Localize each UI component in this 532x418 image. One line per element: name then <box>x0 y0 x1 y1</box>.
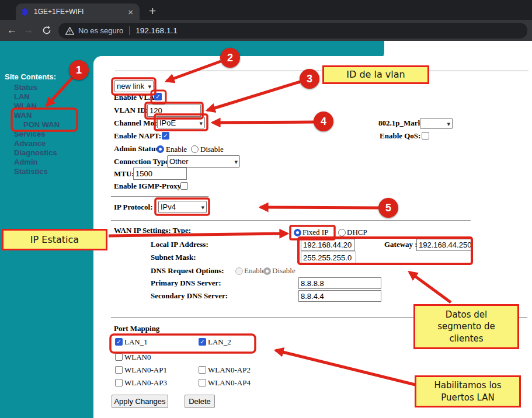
callout-5: 5 <box>378 198 398 218</box>
port-wlan0-checkbox[interactable] <box>115 353 123 361</box>
delete-button[interactable]: Delete <box>185 395 215 408</box>
enable-qos-checkbox[interactable] <box>422 132 429 140</box>
admin-status-enable-radio[interactable] <box>157 145 164 153</box>
channel-mode-label: Channel Mode <box>114 119 162 128</box>
sidebar-item-status[interactable]: Status <box>14 83 37 92</box>
screen: 1GE+1FE+WIFI × + ← → No es seguro 192.16… <box>0 0 532 418</box>
port-wlan0-ap2-checkbox[interactable] <box>199 366 206 374</box>
dns-disable-label: Disable <box>272 266 295 276</box>
security-warning-text: No es seguro <box>78 26 123 35</box>
forward-icon[interactable]: → <box>23 25 33 36</box>
secondary-dns-input[interactable]: 8.8.4.4 <box>298 290 381 302</box>
port-wlan0-ap3-checkbox[interactable] <box>115 379 123 386</box>
port-lan2-checkbox[interactable] <box>199 338 206 346</box>
sidebar-item-wan[interactable]: WAN <box>14 111 32 120</box>
igmp-proxy-label: Enable IGMP-Proxy: <box>114 182 183 191</box>
callout-4: 4 <box>314 112 333 131</box>
port-mapping-heading: Port Mapping <box>114 324 159 333</box>
note-client-segment: Datos del segmento de clientes <box>413 304 519 349</box>
enable-napt-checkbox[interactable] <box>162 132 169 140</box>
browser-toolbar: ← → No es seguro 192.168.1.1 <box>0 20 532 41</box>
url-divider <box>129 26 130 35</box>
primary-dns-input[interactable]: 8.8.8.8 <box>298 277 381 289</box>
url-text: 192.168.1.1 <box>135 26 177 35</box>
vlan-id-label: VLAN ID: <box>114 106 148 115</box>
vlan-id-input[interactable]: 120 <box>147 104 201 117</box>
port-wlan0-ap3-label: WLAN0-AP3 <box>124 378 167 388</box>
port-wlan0-ap4-checkbox[interactable] <box>199 379 206 386</box>
fixed-ip-label: Fixed IP <box>302 228 328 237</box>
ip-protocol-label: IP Protocol: <box>114 203 153 212</box>
port-wlan0-ap1-label: WLAN0-AP1 <box>124 365 167 375</box>
callout-1: 1 <box>69 60 89 80</box>
gateway-label: Gateway : <box>384 240 418 249</box>
link-select-value: new link <box>117 82 144 90</box>
connection-type-select[interactable]: Other <box>167 155 240 168</box>
fixed-ip-radio[interactable] <box>294 229 301 236</box>
divider-ip-protocol-bottom <box>111 220 471 221</box>
sidebar-item-admin[interactable]: Admin <box>14 158 37 166</box>
sidebar-item-lan[interactable]: LAN <box>14 92 30 101</box>
ip-protocol-select[interactable]: IPv4 <box>158 201 207 213</box>
connection-type-value: Other <box>169 157 189 166</box>
chevron-down-icon <box>199 119 203 127</box>
mtu-input[interactable]: 1500 <box>133 168 187 180</box>
sidebar-item-diagnostics[interactable]: Diagnostics <box>14 148 57 157</box>
reload-icon[interactable] <box>42 26 51 35</box>
apply-changes-button[interactable]: Apply Changes <box>112 395 168 408</box>
note-vlan-id: ID de la vlan <box>322 65 429 84</box>
tab-close-icon[interactable]: × <box>126 8 135 16</box>
primary-dns-label: Primary DNS Server: <box>151 278 221 288</box>
sidebar-item-pon-wan[interactable]: PON WAN <box>23 120 60 129</box>
admin-status-disable-label: Disable <box>200 145 224 154</box>
local-ip-input[interactable]: 192.168.44.20 <box>301 239 355 251</box>
sidebar-item-statistics[interactable]: Statistics <box>14 167 48 176</box>
chevron-down-icon <box>201 203 204 211</box>
browser-tab[interactable]: 1GE+1FE+WIFI × <box>16 4 140 20</box>
dns-enable-radio[interactable] <box>235 267 243 275</box>
favicon-icon <box>20 8 29 16</box>
channel-mode-select[interactable]: IPoE <box>157 117 205 128</box>
dhcp-label: DHCP <box>347 228 367 237</box>
tab-bar: 1GE+1FE+WIFI × + <box>0 0 532 20</box>
subnet-mask-label: Subnet Mask: <box>151 253 196 262</box>
note-static-ip: IP Estatica <box>2 229 107 250</box>
sidebar-item-services[interactable]: Services <box>14 130 46 138</box>
dns-disable-radio[interactable] <box>263 267 271 275</box>
divider-top <box>115 71 528 71</box>
port-lan1-label: LAN_1 <box>124 337 148 347</box>
gateway-input[interactable]: 192.168.44.250 <box>416 239 471 251</box>
port-wlan0-ap1-checkbox[interactable] <box>115 366 123 374</box>
channel-mode-value: IPoE <box>159 119 176 127</box>
port-lan1-checkbox[interactable] <box>115 338 123 346</box>
8021p-mark-label: 802.1p_Mark <box>378 119 422 128</box>
sidebar-item-advance[interactable]: Advance <box>14 139 46 148</box>
link-select[interactable]: new link <box>114 80 154 92</box>
callout-2: 2 <box>220 48 240 68</box>
port-lan2-label: LAN_2 <box>208 337 231 347</box>
admin-status-disable-radio[interactable] <box>191 145 199 153</box>
back-icon[interactable]: ← <box>7 25 17 36</box>
enable-vlan-checkbox[interactable] <box>154 93 162 100</box>
sidebar-item-wlan[interactable]: WLAN <box>14 102 37 110</box>
secondary-dns-label: Secondary DNS Server: <box>151 291 228 301</box>
8021p-mark-select[interactable] <box>420 118 453 129</box>
admin-status-enable-label: Enable <box>166 145 187 154</box>
callout-3: 3 <box>300 69 319 89</box>
wan-ip-settings-label: WAN IP Settings: Type: <box>114 226 191 235</box>
ip-protocol-value: IPv4 <box>161 203 176 211</box>
subnet-mask-input[interactable]: 255.255.255.0 <box>301 252 356 264</box>
enable-napt-label: Enable NAPT: <box>114 131 161 141</box>
chevron-down-icon <box>447 119 450 128</box>
address-bar[interactable]: No es seguro 192.168.1.1 <box>58 23 527 39</box>
port-wlan0-label: WLAN0 <box>124 353 151 362</box>
not-secure-warning-icon <box>65 27 74 35</box>
admin-status-label: Admin Status: <box>114 144 161 154</box>
igmp-proxy-checkbox[interactable] <box>180 182 188 190</box>
dhcp-radio[interactable] <box>338 229 346 236</box>
enable-qos-label: Enable QoS: <box>380 131 420 141</box>
sidebar-heading: Site Contents: <box>5 72 56 81</box>
new-tab-button[interactable]: + <box>149 5 156 18</box>
dns-options-label: DNS Request Options: <box>151 266 224 276</box>
divider-ip-protocol-top <box>111 196 208 197</box>
